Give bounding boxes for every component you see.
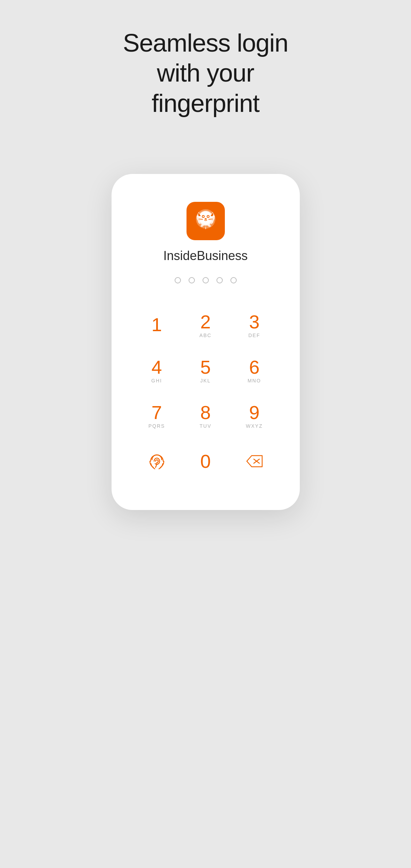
page-headline: Seamless login with your fingerprint [123,28,288,118]
keypad: 1 2 ABC 3 DEF 4 GHI 5 JKL 6 [125,304,286,482]
keypad-row-4: 0 [132,440,279,482]
svg-point-12 [205,218,207,220]
key-8[interactable]: 8 TUV [185,395,227,437]
pin-dot-4 [216,277,223,283]
key-9[interactable]: 9 WXYZ [234,395,275,437]
key-fingerprint[interactable] [136,440,178,482]
key-6[interactable]: 6 MNO [234,350,275,391]
pin-dots-container [175,277,237,283]
key-5[interactable]: 5 JKL [185,350,227,391]
pin-dot-1 [175,277,181,283]
keypad-row-2: 4 GHI 5 JKL 6 MNO [132,350,279,391]
lion-logo-icon [192,207,220,235]
svg-point-11 [207,216,209,217]
key-3[interactable]: 3 DEF [234,304,275,346]
key-2[interactable]: 2 ABC [185,304,227,346]
pin-dot-5 [230,277,237,283]
svg-point-3 [199,211,212,224]
keypad-row-3: 7 PQRS 8 TUV 9 WXYZ [132,395,279,437]
app-name-label: InsideBusiness [163,249,248,263]
pin-dot-3 [203,277,209,283]
key-backspace[interactable] [234,440,275,482]
key-0[interactable]: 0 [185,440,227,482]
pin-dot-2 [189,277,195,283]
svg-point-10 [203,216,204,217]
key-4[interactable]: 4 GHI [136,350,178,391]
keypad-row-1: 1 2 ABC 3 DEF [132,304,279,346]
fingerprint-icon [148,452,166,470]
app-icon [187,202,225,240]
phone-card: InsideBusiness 1 2 ABC 3 DEF 4 [112,174,300,510]
key-7[interactable]: 7 PQRS [136,395,178,437]
backspace-icon [246,455,263,467]
key-1[interactable]: 1 [136,304,178,346]
